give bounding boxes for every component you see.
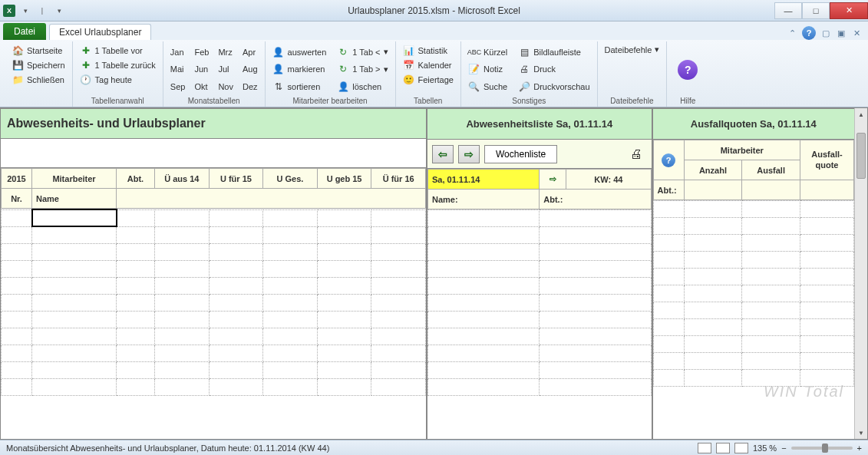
month-jul[interactable]: Jul	[216, 61, 236, 78]
nav-prev-button[interactable]: ⇦	[432, 145, 454, 163]
startseite-button[interactable]: 🏠Startseite	[9, 44, 68, 58]
col-ueaus: Ü aus 14	[155, 169, 210, 189]
sortieren-button[interactable]: ⇅sortieren	[270, 78, 329, 95]
group-label: Tabellenanwahl	[78, 95, 158, 107]
tabelle-zurueck-button[interactable]: ✚1 Tabelle zurück	[78, 58, 158, 72]
minimize-ribbon-icon[interactable]: ⌃	[787, 28, 797, 38]
close-button[interactable]: ✕	[830, 2, 868, 19]
person-icon: 👤	[272, 63, 285, 75]
ribbon: 🏠Startseite 💾Speichern 📁Schließen ✚1 Tab…	[0, 40, 868, 107]
tab-datei[interactable]: Datei	[3, 23, 46, 40]
col-ufuer15: U für 15	[209, 169, 263, 189]
close-workbook-icon[interactable]: ✕	[851, 28, 862, 38]
month-mrz[interactable]: Mrz	[216, 44, 236, 61]
col-name: Name	[32, 189, 117, 209]
grid-mid-header: Sa, 01.11.14 ⇨ KW: 44 Name: Abt.:	[427, 169, 652, 209]
print-icon[interactable]: 🖨	[625, 145, 647, 163]
ribbon-group-monatstabellen: Jan Feb Mrz Apr Mai Jun Jul Aug Sep Okt …	[163, 41, 266, 107]
tag-heute-button[interactable]: 🕐Tag heute	[78, 73, 158, 87]
list-icon: ▤	[518, 46, 530, 58]
restore-workbook-icon[interactable]: ▢	[820, 28, 831, 38]
tab-prev-button[interactable]: ↻1 Tab < ▾	[335, 44, 390, 61]
zoom-out-button[interactable]: −	[781, 443, 786, 453]
month-apr[interactable]: Apr	[240, 44, 260, 61]
month-dez[interactable]: Dez	[240, 78, 260, 95]
maximize-button[interactable]: □	[802, 2, 830, 19]
month-jun[interactable]: Jun	[192, 61, 211, 78]
month-jan[interactable]: Jan	[168, 44, 188, 61]
kuerzel-button[interactable]: ABCKürzel	[466, 44, 510, 61]
col-abt: Abt.:	[540, 190, 651, 209]
zoom-in-button[interactable]: +	[857, 443, 862, 453]
minimize-button[interactable]: —	[774, 2, 802, 19]
chart-icon: 📊	[403, 45, 415, 57]
auswerten-button[interactable]: 👤auswerten	[270, 44, 329, 61]
home-icon: 🏠	[12, 45, 24, 57]
loeschen-button[interactable]: 👤löschen	[335, 78, 390, 95]
kw-cell: KW: 44	[566, 170, 651, 190]
druckvorschau-button[interactable]: 🔎Druckvorschau	[516, 78, 592, 95]
folder-icon: 📁	[12, 74, 24, 86]
grid-mid-body[interactable]	[427, 209, 652, 439]
month-nov[interactable]: Nov	[216, 78, 236, 95]
grid-right-body[interactable]	[653, 200, 854, 439]
selected-cell[interactable]	[32, 209, 117, 226]
zoom-slider[interactable]	[791, 447, 853, 450]
tab-urlaubsplaner[interactable]: Excel Urlaubsplaner	[49, 24, 151, 40]
help-icon[interactable]: ?	[802, 26, 816, 40]
ribbon-group-tabellen: 📊Statistik 📅Kalender 🙂Feiertage Tabellen	[396, 41, 461, 107]
view-normal-button[interactable]	[698, 443, 711, 453]
col-year: 2015	[2, 169, 32, 189]
calendar-icon: 📅	[403, 59, 415, 71]
vertical-scrollbar[interactable]: ▲ ▼	[854, 108, 867, 439]
col-uefuer16: Ü für 16	[371, 169, 426, 189]
month-feb[interactable]: Feb	[192, 44, 211, 61]
qat-dropdown[interactable]: ▾	[18, 4, 32, 18]
ribbon-tabs: Datei Excel Urlaubsplaner ⌃ ? ▢ ▣ ✕	[0, 21, 868, 40]
col-ugeb: U geb 15	[317, 169, 371, 189]
kalender-button[interactable]: 📅Kalender	[401, 58, 456, 72]
abc-icon: ABC	[468, 46, 480, 58]
notiz-button[interactable]: 📝Notiz	[466, 61, 510, 78]
month-okt[interactable]: Okt	[192, 78, 211, 95]
statusbar: Monatsübersicht Abwesenheits- und Urlaub…	[0, 440, 868, 455]
qat-separator: |	[35, 4, 49, 18]
col-ausfall: Ausfall	[742, 160, 800, 180]
tab-next-button[interactable]: ↻1 Tab > ▾	[335, 61, 390, 78]
view-layout-button[interactable]	[716, 443, 730, 453]
hilfe-button[interactable]: ?	[672, 57, 704, 83]
month-aug[interactable]: Aug	[240, 61, 260, 78]
wochenliste-button[interactable]: Wochenliste	[484, 145, 557, 163]
grid-left-body[interactable]	[1, 209, 426, 439]
sort-icon: ⇅	[272, 81, 285, 93]
view-pagebreak-button[interactable]	[734, 443, 748, 453]
statistik-button[interactable]: 📊Statistik	[401, 44, 456, 58]
tabelle-vor-button[interactable]: ✚1 Tabelle vor	[78, 44, 158, 58]
plus-icon: ✚	[80, 59, 92, 71]
preview-icon: 🔎	[518, 81, 530, 93]
zoom-level[interactable]: 135 %	[753, 443, 777, 453]
help-cell[interactable]: ?	[653, 140, 684, 180]
speichern-button[interactable]: 💾Speichern	[9, 58, 68, 72]
suche-button[interactable]: 🔍Suche	[466, 78, 510, 95]
month-mai[interactable]: Mai	[168, 61, 188, 78]
workbook-window-icon[interactable]: ▣	[836, 28, 847, 38]
ribbon-group-tabellenanwahl: ✚1 Tabelle vor ✚1 Tabelle zurück 🕐Tag he…	[73, 41, 163, 107]
bildlauf-button[interactable]: ▤Bildlaufleiste	[516, 44, 592, 61]
druck-button[interactable]: 🖨Druck	[516, 61, 592, 78]
col-uges: U Ges.	[263, 169, 318, 189]
note-icon: 📝	[468, 63, 480, 75]
col-abt: Abt.:	[653, 180, 684, 200]
grid-left-header: 2015 Mitarbeiter Abt. Ü aus 14 U für 15 …	[1, 168, 426, 209]
col-ausfallquote: Ausfall-quote	[800, 140, 854, 180]
dateibefehle-button[interactable]: Dateibefehle ▾	[602, 44, 662, 55]
month-sep[interactable]: Sep	[168, 78, 188, 95]
nav-next-button[interactable]: ⇨	[458, 145, 480, 163]
grid-right-header: ? Mitarbeiter Ausfall-quote Anzahl Ausfa…	[653, 140, 854, 200]
date-next-button[interactable]: ⇨	[540, 170, 566, 190]
feiertage-button[interactable]: 🙂Feiertage	[401, 73, 456, 87]
save-icon: 💾	[12, 59, 24, 71]
schliessen-button[interactable]: 📁Schließen	[9, 73, 68, 87]
qat-customize[interactable]: ▾	[52, 4, 66, 18]
markieren-button[interactable]: 👤markieren	[270, 61, 329, 78]
